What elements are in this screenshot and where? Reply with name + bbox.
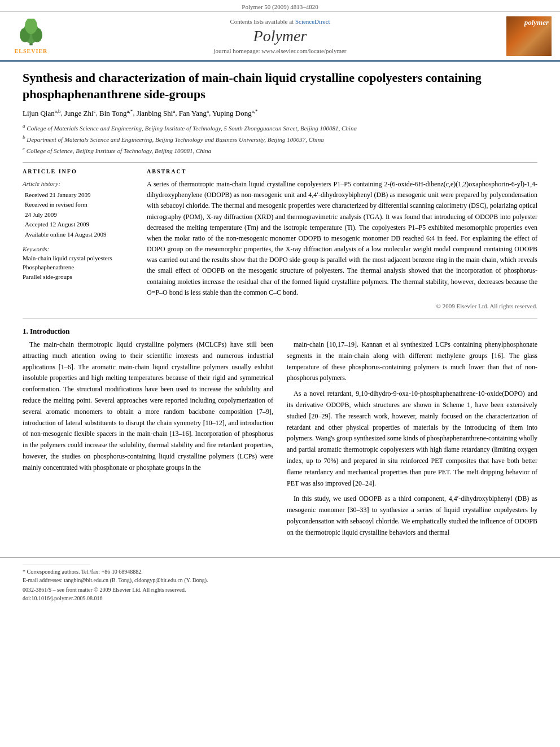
affil-c: c College of Science, Beijing Institute … <box>23 145 537 155</box>
accepted-date: Accepted 12 August 2009 <box>25 220 135 230</box>
introduction-section: 1. Introduction The main-chain thermotro… <box>23 327 537 543</box>
intro-col-right-text: main-chain [10,17–19]. Kannan et al synt… <box>287 339 537 539</box>
intro-col-left: The main-chain thermotropic liquid cryst… <box>23 339 273 543</box>
article-info-block: Article history: Received 21 January 200… <box>23 179 135 240</box>
author-4: Jianbing Shia <box>137 109 176 117</box>
abstract-text: A series of thermotropic main-chain liqu… <box>147 179 537 298</box>
abstract-copyright: © 2009 Elsevier Ltd. All rights reserved… <box>147 303 537 309</box>
affil-b: b Department of Materials Science and En… <box>23 134 537 144</box>
article-info-abstract-section: Article Info Article history: Received 2… <box>23 162 537 309</box>
article-title: Synthesis and characterization of main-c… <box>23 70 537 102</box>
sciencedirect-link[interactable]: ScienceDirect <box>295 18 330 25</box>
doi-text: doi:10.1016/j.polymer.2009.08.016 <box>23 595 537 601</box>
keyword-2: Phosphaphenathrene <box>23 263 135 272</box>
received-date: Received 21 January 2009 <box>25 190 135 200</box>
citation-bar: Polymer 50 (2009) 4813–4820 <box>0 0 560 12</box>
author-5: Fan Yanga <box>179 109 209 117</box>
author-3: Bin Tonga,* <box>99 109 133 117</box>
polymer-logo-text: polymer <box>524 18 549 27</box>
intro-para-4: In this study, we used ODOPB as a third … <box>287 493 537 538</box>
footer-area: * Corresponding authors. Tel./fax: +86 1… <box>0 557 560 606</box>
page-container: Polymer 50 (2009) 4813–4820 ELSEVIER Con… <box>0 0 560 606</box>
affil-a: a College of Materials Science and Engin… <box>23 123 537 133</box>
main-content: Synthesis and characterization of main-c… <box>0 62 560 552</box>
elsevier-logo: ELSEVIER <box>6 16 56 56</box>
received-revised-label: Received in revised form <box>25 200 135 210</box>
introduction-title: 1. Introduction <box>23 327 537 336</box>
history-label: Article history: <box>23 179 135 189</box>
citation-text: Polymer 50 (2009) 4813–4820 <box>242 3 318 10</box>
intro-para-1: The main-chain thermotropic liquid cryst… <box>23 339 273 474</box>
copyright-notice: 0032-3861/$ – see front matter © 2009 El… <box>23 587 537 593</box>
intro-col-left-text: The main-chain thermotropic liquid cryst… <box>23 339 273 474</box>
available-date: Available online 14 August 2009 <box>25 230 135 240</box>
intro-body-cols: The main-chain thermotropic liquid cryst… <box>23 339 537 543</box>
intro-col-right: main-chain [10,17–19]. Kannan et al synt… <box>287 339 537 543</box>
elsevier-label: ELSEVIER <box>15 48 48 54</box>
elsevier-tree-icon <box>14 19 48 47</box>
journal-center: Contents lists available at ScienceDirec… <box>62 16 498 56</box>
email-note: E-mail addresses: tangbin@bit.edu.cn (B.… <box>23 576 537 584</box>
article-info-heading: Article Info <box>23 168 135 174</box>
corresponding-note: * Corresponding authors. Tel./fax: +86 1… <box>23 567 537 576</box>
article-info-col: Article Info Article history: Received 2… <box>23 168 135 309</box>
contents-text: Contents lists available at <box>230 18 294 25</box>
received-revised-date: 24 July 2009 <box>25 210 135 220</box>
contents-line: Contents lists available at ScienceDirec… <box>230 18 330 25</box>
polymer-logo-box: polymer <box>506 16 552 56</box>
keywords-label: Keywords: <box>23 246 135 252</box>
authors-line: Lijun Qiana,b, Junge Zhic, Bin Tonga,*, … <box>23 108 537 117</box>
journal-header: ELSEVIER Contents lists available at Sci… <box>0 12 560 62</box>
footnote-divider <box>23 565 90 565</box>
intro-para-3: As a novel retardant, 9,10-dihydro-9-oxa… <box>287 388 537 489</box>
affiliations: a College of Materials Science and Engin… <box>23 123 537 155</box>
author-1: Lijun Qiana,b <box>23 109 60 117</box>
abstract-heading: Abstract <box>147 168 537 174</box>
intro-para-2: main-chain [10,17–19]. Kannan et al synt… <box>287 339 537 384</box>
author-6: Yuping Donga,* <box>212 109 257 117</box>
keywords-block: Keywords: Main-chain liquid crystal poly… <box>23 246 135 282</box>
journal-logo-right: polymer <box>504 16 554 56</box>
section-divider <box>23 318 537 318</box>
journal-title: Polymer <box>253 27 307 45</box>
author-2: Junge Zhic <box>64 109 96 117</box>
intro-number: 1. <box>23 327 28 335</box>
keyword-3: Parallel side-groups <box>23 272 135 282</box>
abstract-col: Abstract A series of thermotropic main-c… <box>147 168 537 309</box>
keyword-1: Main-chain liquid crystal polyesters <box>23 254 135 263</box>
intro-title-text: Introduction <box>30 327 70 335</box>
homepage-line: journal homepage: www.elsevier.com/locat… <box>213 47 346 54</box>
